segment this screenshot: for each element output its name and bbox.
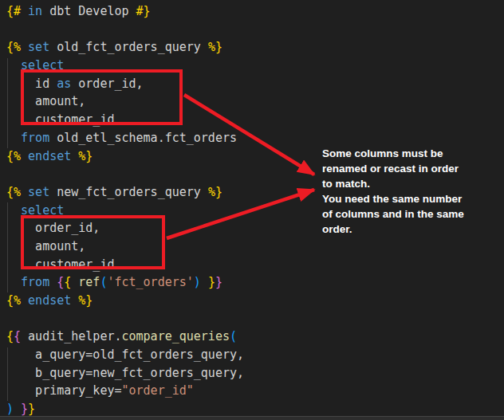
code-area[interactable]: {# in dbt Develop #} {% set old_fct_orde… [6,2,244,418]
code-token [71,149,78,163]
code-token: from [21,131,49,145]
code-token: %} [208,185,222,199]
code-line[interactable] [6,165,244,183]
annotation-line: to match. [322,176,504,191]
code-token: %} [78,293,93,308]
code-token [21,293,28,308]
code-token: } [28,402,35,416]
code-token: set [28,40,49,54]
code-token: {% [6,149,21,163]
code-line[interactable] [6,21,244,39]
code-token [21,185,28,199]
code-token [6,203,21,218]
code-editor-window: {# in dbt Develop #} {% set old_fct_orde… [0,0,504,420]
code-token: old_etl_schema.fct_orders [49,131,237,145]
code-token: ( [230,329,237,343]
code-token: new_fct_orders_query [49,185,208,199]
code-token: { [6,329,14,343]
code-token: } [208,275,215,289]
code-token: endset [28,149,71,163]
code-line[interactable]: a_query=old_fct_orders_query, [6,346,244,364]
code-token: dbt Develop [42,4,136,18]
code-token: {% [6,185,21,199]
code-token: set [28,185,49,199]
code-token: audit_helper. [21,329,121,343]
highlight-box-old-query-columns [21,69,183,125]
code-token: {# [6,4,21,18]
code-token: } [21,402,28,416]
code-token [71,275,78,289]
highlight-box-new-query-columns [21,215,165,269]
code-token: { [64,275,71,289]
code-line[interactable]: from old_etl_schema.fct_orders [6,129,244,147]
code-token [21,40,28,54]
code-token: ref [78,275,100,289]
code-line[interactable]: {% endset %} [6,147,244,166]
code-line[interactable]: {# in dbt Develop #} [6,2,244,21]
annotation-line: order. [322,222,504,237]
code-token: { [14,329,21,343]
code-token: old_fct_orders_query [49,40,208,54]
code-token: {% [6,293,21,308]
code-line[interactable]: b_query=new_fct_orders_query, [6,364,244,383]
code-token [201,275,208,289]
window-bottom-edge [0,416,504,420]
code-token: } [215,275,222,289]
code-line[interactable]: {% set new_fct_orders_query %} [6,183,244,202]
code-line[interactable] [6,310,244,328]
code-token: 'fct_orders' [107,275,193,289]
code-line[interactable]: {% set old_fct_orders_query %} [6,38,244,57]
code-token: %} [208,40,222,54]
code-line[interactable]: from {{ ref('fct_orders') }} [6,273,244,292]
code-token: endset [28,293,71,308]
code-token: a_query=old_fct_orders_query, [6,347,244,362]
code-token: ) [6,402,14,416]
code-token [6,58,21,73]
annotation-line: Some columns must be [322,146,504,161]
annotation-line: You need the same number [322,191,504,206]
code-token: %} [78,149,93,163]
code-token [21,4,28,18]
code-token: { [57,275,64,289]
code-line[interactable]: primary_key="order_id" [6,382,244,400]
code-token: in [28,4,42,18]
annotation-note: Some columns must be renamed or recast i… [322,146,504,237]
code-token: from [21,275,49,289]
annotation-line: of columns and in the same [322,206,504,222]
code-token [14,402,21,416]
code-token: b_query=new_fct_orders_query, [6,366,244,380]
code-token: primary_key= [6,383,122,398]
code-token [49,275,57,289]
code-token: ) [194,275,201,289]
code-line[interactable]: {% endset %} [6,292,244,310]
code-line[interactable]: {{ audit_helper.compare_queries( [6,328,244,346]
code-token [21,149,28,163]
code-token [71,293,78,308]
annotation-line: renamed or recast in order [322,161,504,176]
code-token [6,275,21,289]
code-token: #} [136,4,151,18]
code-token [6,131,21,145]
code-token: "order_id" [122,383,194,398]
code-token: compare_queries [122,329,230,343]
code-token: {% [6,40,21,54]
